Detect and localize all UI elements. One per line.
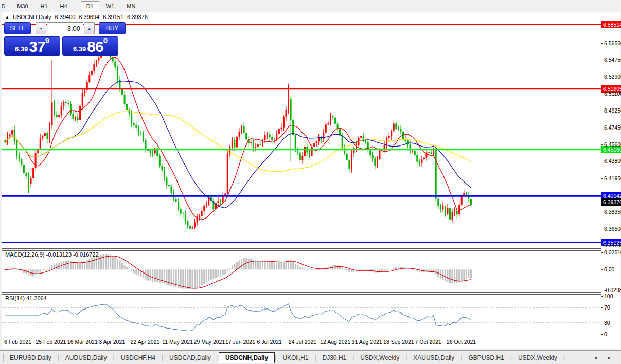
sell-price-box[interactable]: 6.39 37 9: [4, 36, 60, 56]
tab-partial[interactable]: [0, 353, 4, 362]
timeframe-button-d1[interactable]: D1: [81, 1, 99, 11]
ma-25-line: [5, 81, 471, 208]
price-tick-mark: [601, 178, 603, 179]
price-tick-mark: [601, 212, 603, 212]
price-tick-6.54750: 6.54750: [604, 57, 621, 63]
macd-signal-line: [5, 256, 471, 288]
price-tick-mark: [601, 111, 603, 111]
date-label-16-Mar-2021: 16 Mar 2021: [67, 339, 98, 345]
timeframe-button-mn[interactable]: MN: [121, 1, 141, 11]
price-tick-6.45600: 6.45600: [604, 141, 621, 148]
chart-tab-usdcnh-daily[interactable]: USDCNH,Daily: [219, 352, 275, 363]
rsi-scale-70: 70: [604, 304, 610, 311]
chart-tab-usdx-weekly[interactable]: USDX,Weekly: [512, 352, 563, 363]
tab-scroll-arrows[interactable]: ◄ ►: [593, 355, 616, 360]
price-tick-mark: [601, 161, 603, 161]
buy-button[interactable]: BUY: [99, 22, 126, 34]
ma-60-line: [5, 112, 471, 172]
timeframe-button-h4[interactable]: H4: [55, 1, 73, 11]
candles: [5, 43, 472, 238]
chart-tab-usdcad-daily[interactable]: USDCAD,Daily: [163, 352, 217, 363]
price-axis-line: [601, 12, 601, 337]
chart-tab-usdx-weekly[interactable]: USDX,Weekly: [354, 352, 405, 363]
price-tick-mark: [601, 43, 603, 44]
chart-tab-strip: EURUSD,Daily|AUDUSD,Daily|USDCHF,H4|USDC…: [0, 350, 621, 364]
chart-tab-dj30-h1[interactable]: DJ30,H1: [316, 352, 353, 363]
buy-price-main: 86: [87, 40, 103, 54]
price-tick-6.36500: 6.36500: [604, 226, 621, 232]
sell-price-prefix: 6.39: [15, 44, 28, 54]
sell-button[interactable]: SELL: [4, 22, 31, 34]
price-tick-mark: [601, 128, 603, 128]
price-tick-6.47450: 6.47450: [604, 124, 621, 131]
date-label-18-Sep-2021: 18 Sep 2021: [383, 339, 414, 345]
rsi-plot: [2, 294, 601, 336]
price-tick-6.34700: 6.34700: [604, 242, 621, 248]
rsi-line: [5, 304, 471, 331]
chart-tab-gbpusd-h1[interactable]: GBPUSD,H1: [462, 352, 510, 363]
buy-price-prefix: 6.39: [73, 44, 86, 54]
macd-tick-mark: [601, 290, 603, 290]
volume-decrease-button[interactable]: ▼: [36, 22, 46, 34]
timeframe-button-5[interactable]: 5: [0, 1, 10, 11]
macd-scale-0.00: 0.00: [604, 266, 614, 272]
chart-tab-usdchf-h4[interactable]: USDCHF,H4: [115, 352, 162, 363]
chart-tab-eurusd-daily[interactable]: EURUSD,Daily: [4, 352, 58, 363]
rsi-scale-30: 30: [604, 320, 610, 326]
price-tick-6.43800: 6.43800: [604, 158, 621, 164]
current-price-badge: 6.39376: [601, 198, 621, 206]
date-label-17-Jun-2021: 17 Jun 2021: [225, 339, 255, 345]
date-label-6-Feb-2021: 6 Feb 2021: [4, 339, 31, 345]
rsi-scale-0: 0: [604, 331, 607, 337]
timeframe-button-w1[interactable]: W1: [100, 1, 120, 11]
date-label-11-May-2021: 11 May 2021: [162, 339, 193, 345]
price-tick-6.41950: 6.41950: [604, 175, 621, 181]
chart-tab-ukoil-h1[interactable]: UKOil,H1: [276, 352, 314, 363]
volume-increase-button[interactable]: ▲: [84, 22, 95, 34]
macd-histogram: [5, 254, 472, 289]
timeframe-button-m30[interactable]: M30: [11, 1, 33, 11]
price-tick-mark: [601, 77, 603, 77]
rsi-tick-mark: [601, 296, 603, 297]
date-label-25-Feb-2021: 25 Feb 2021: [36, 339, 66, 345]
price-tick-mark: [601, 245, 603, 246]
buy-price-pip: 0: [103, 37, 108, 44]
date-label-12-Aug-2021: 12 Aug 2021: [320, 339, 350, 345]
date-label-3-Apr-2021: 3 Apr 2021: [99, 339, 125, 345]
toolbar-separator: [77, 2, 77, 10]
date-label-22-Apr-2021: 22 Apr 2021: [131, 339, 160, 345]
date-label-6-Jul-2021: 6 Jul 2021: [257, 339, 281, 345]
date-label-7-Oct-2021: 7 Oct 2021: [415, 339, 441, 345]
price-tick-mark: [601, 144, 603, 145]
macd-tick-mark: [601, 252, 603, 253]
date-axis-line: [2, 337, 619, 337]
price-tick-6.38350: 6.38350: [604, 209, 621, 215]
rsi-tick-mark: [601, 323, 603, 323]
date-label-24-Jul-2021: 24 Jul 2021: [289, 339, 316, 345]
macd-scale-0.025108: 0.025108: [604, 249, 621, 256]
price-tick-6.52900: 6.52900: [604, 74, 621, 80]
macd-label: MACD(12,26,9) -0.013123 -0.016722: [5, 251, 99, 258]
price-tick-mark: [601, 60, 603, 60]
price-badge-6.58514: 6.58514: [601, 21, 621, 28]
price-tick-6.49250: 6.49250: [604, 107, 621, 114]
timeframe-toolbar: 5M30H1H4D1W1MN: [0, 0, 621, 12]
date-label-31-Aug-2021: 31 Aug 2021: [352, 339, 382, 345]
timeframe-button-h1[interactable]: H1: [35, 1, 54, 11]
price-tick-mark: [601, 229, 603, 229]
rsi-tick-mark: [601, 307, 603, 308]
macd-scale--0.02988: -0.02988: [604, 287, 621, 293]
price-tick-6.56550: 6.56550: [604, 40, 621, 46]
chart-tab-audusd-daily[interactable]: AUDUSD,Daily: [59, 352, 113, 363]
chart-tab-xauusd-daily[interactable]: XAUUSD,Daily: [407, 352, 460, 363]
date-label-26-Oct-2021: 26 Oct 2021: [447, 339, 476, 345]
volume-input[interactable]: 3.00: [47, 22, 83, 34]
rsi-tick-mark: [601, 334, 603, 335]
sell-price-main: 37: [29, 40, 45, 54]
tab-divider: |: [563, 354, 565, 361]
buy-price-box[interactable]: 6.39 86 0: [62, 36, 118, 56]
sell-price-pip: 9: [45, 37, 49, 44]
rsi-label: RSI(14) 41.2064: [5, 295, 47, 301]
macd-tick-mark: [601, 269, 603, 270]
date-label-29-May-2021: 29 May 2021: [194, 339, 225, 345]
